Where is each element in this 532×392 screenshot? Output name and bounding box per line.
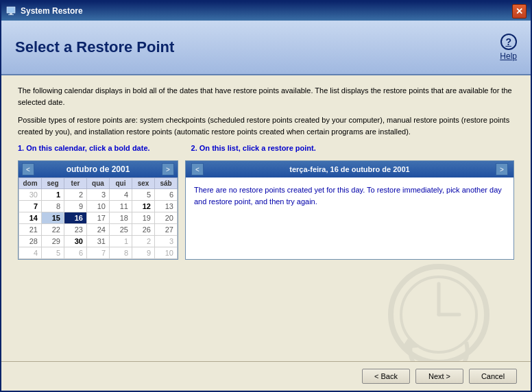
calendar-grid: dom seg ter qua qui sex sáb 30: [19, 177, 178, 259]
cal-day[interactable]: 20: [155, 212, 178, 224]
cal-day[interactable]: 15: [42, 212, 64, 224]
cal-day[interactable]: 4: [110, 189, 132, 201]
system-restore-window: System Restore ✕ Select a Restore Point …: [0, 0, 532, 392]
cal-day[interactable]: 1: [42, 189, 64, 201]
cal-day[interactable]: 26: [132, 224, 155, 236]
cal-day[interactable]: 17: [87, 212, 110, 224]
calendar-weekday-row: dom seg ter qua qui sex sáb: [19, 178, 178, 189]
system-restore-icon: [5, 5, 16, 16]
cal-day[interactable]: 30: [19, 189, 42, 201]
instruction-step2: 2. On this list, click a restore point.: [191, 144, 316, 152]
cal-day[interactable]: 24: [87, 224, 110, 236]
restore-panel-header: < terça-feira, 16 de outubro de 2001 >: [186, 161, 513, 177]
instructions-row: 1. On this calendar, click a bold date. …: [18, 144, 514, 152]
cal-day[interactable]: 8: [42, 201, 64, 212]
page-title: Select a Restore Point: [15, 38, 174, 56]
cal-day[interactable]: 9: [64, 201, 87, 212]
cal-day[interactable]: 19: [132, 212, 155, 224]
cal-day[interactable]: 3: [155, 236, 178, 247]
cal-day[interactable]: 25: [110, 224, 132, 236]
restore-point-panel: < terça-feira, 16 de outubro de 2001 > T…: [185, 160, 514, 260]
cal-day[interactable]: 5: [132, 189, 155, 201]
cal-day-selected[interactable]: 16: [64, 212, 87, 224]
weekday-sex: sex: [132, 178, 155, 189]
cal-day[interactable]: 29: [42, 236, 64, 247]
table-row: 30 1 2 3 4 5 6: [19, 189, 178, 201]
cal-day[interactable]: 3: [87, 189, 110, 201]
table-row: 21 22 23 24 25 26 27: [19, 224, 178, 236]
help-icon: ?: [500, 34, 517, 50]
table-row: 28 29 30 31 1 2 3: [19, 236, 178, 247]
back-button[interactable]: < Back: [362, 369, 410, 384]
cal-day[interactable]: 28: [19, 236, 42, 247]
calendar-prev-button[interactable]: <: [22, 163, 34, 175]
cal-day[interactable]: 27: [155, 224, 178, 236]
cal-day[interactable]: 6: [64, 247, 87, 259]
restore-panel-date-label: terça-feira, 16 de outubro de 2001: [289, 165, 409, 173]
title-bar-text: System Restore: [21, 6, 83, 16]
cal-day[interactable]: 8: [110, 247, 132, 259]
weekday-ter: ter: [64, 178, 87, 189]
cal-day[interactable]: 7: [19, 201, 42, 212]
cal-day[interactable]: 30: [64, 236, 87, 247]
bottom-bar: < Back Next > Cancel: [1, 361, 531, 391]
header-section: Select a Restore Point ? Help: [1, 21, 531, 75]
restore-panel-message: There are no restore points created yet …: [186, 177, 513, 214]
cal-day[interactable]: 31: [87, 236, 110, 247]
svg-rect-1: [10, 13, 12, 14]
title-bar-left: System Restore: [5, 5, 83, 16]
cal-day[interactable]: 6: [155, 189, 178, 201]
weekday-dom: dom: [19, 178, 42, 189]
cal-day[interactable]: 18: [110, 212, 132, 224]
main-content: The following calendar displays in bold …: [1, 75, 531, 391]
table-row: 4 5 6 7 8 9 10: [19, 247, 178, 259]
cal-day[interactable]: 7: [87, 247, 110, 259]
cal-day[interactable]: 11: [110, 201, 132, 212]
cal-day[interactable]: 2: [132, 236, 155, 247]
table-row: 14 15 16 17 18 19 20: [19, 212, 178, 224]
weekday-sab: sáb: [155, 178, 178, 189]
svg-rect-0: [7, 7, 15, 13]
cal-day[interactable]: 21: [19, 224, 42, 236]
cal-day[interactable]: 2: [64, 189, 87, 201]
cal-day[interactable]: 10: [155, 247, 178, 259]
description-line2: Possible types of restore points are: sy…: [18, 114, 514, 137]
watermark-area: [18, 260, 514, 321]
cal-day[interactable]: 14: [19, 212, 42, 224]
close-button[interactable]: ✕: [512, 4, 527, 19]
cal-day[interactable]: 22: [42, 224, 64, 236]
description-line1: The following calendar displays in bold …: [18, 85, 514, 108]
cancel-button[interactable]: Cancel: [469, 369, 517, 384]
cal-day[interactable]: 1: [110, 236, 132, 247]
weekday-qui: qui: [110, 178, 132, 189]
cal-day[interactable]: 12: [132, 201, 155, 212]
help-label: Help: [500, 51, 517, 61]
table-row: 7 8 9 10 11 12 13: [19, 201, 178, 212]
cal-day[interactable]: 4: [19, 247, 42, 259]
cal-day[interactable]: 13: [155, 201, 178, 212]
cal-day[interactable]: 10: [87, 201, 110, 212]
restore-prev-button[interactable]: <: [191, 163, 204, 175]
next-button[interactable]: Next >: [415, 369, 463, 384]
help-button[interactable]: ? Help: [500, 34, 517, 61]
calendar-next-button[interactable]: >: [162, 163, 174, 175]
panels-row: < outubro de 2001 > dom seg ter qua qui …: [18, 160, 514, 260]
cal-day[interactable]: 23: [64, 224, 87, 236]
calendar-header: < outubro de 2001 >: [19, 161, 178, 177]
cal-day[interactable]: 5: [42, 247, 64, 259]
calendar-month-label: outubro de 2001: [66, 164, 130, 174]
svg-rect-2: [8, 14, 14, 15]
restore-next-button[interactable]: >: [496, 163, 508, 175]
cal-day[interactable]: 9: [132, 247, 155, 259]
instruction-step1: 1. On this calendar, click a bold date.: [18, 144, 150, 152]
calendar-panel: < outubro de 2001 > dom seg ter qua qui …: [18, 160, 178, 260]
title-bar: System Restore ✕: [1, 1, 531, 21]
weekday-seg: seg: [42, 178, 64, 189]
weekday-qua: qua: [87, 178, 110, 189]
